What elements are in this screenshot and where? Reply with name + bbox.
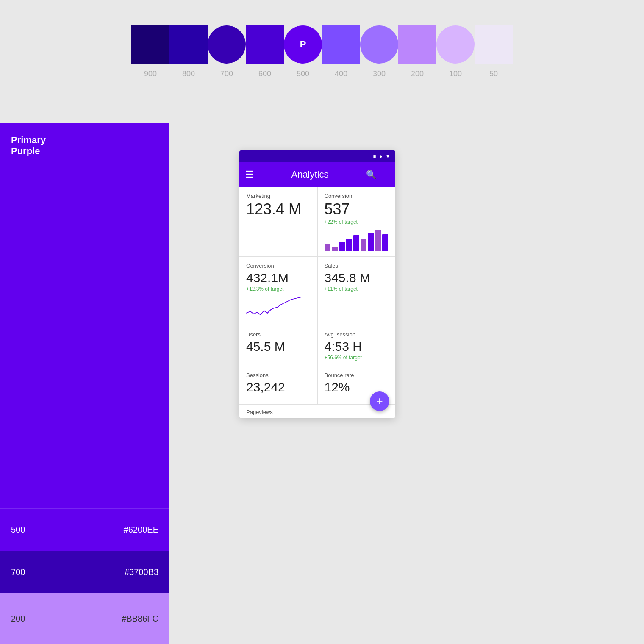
label-200: 200 [398,69,436,78]
band-500-number: 500 [11,525,25,535]
palette-section: P 900 800 700 600 500 400 300 200 100 50 [0,0,644,95]
label-900: 900 [131,69,169,78]
fab-button[interactable]: + [370,391,389,411]
palette-swatches: P [131,25,513,64]
swatch-300 [360,25,398,64]
card-bounce-rate-label: Bounce rate [325,372,389,378]
swatch-200 [398,25,436,64]
swatch-500-marker: P [300,39,306,50]
menu-icon[interactable]: ☰ [245,169,254,180]
card-conversion-line-value: 432.1M [246,271,311,285]
swatch-700 [208,25,246,64]
bar-5 [353,235,359,251]
card-avg-session: Avg. session 4:53 H +56.6% of target [318,325,396,366]
card-marketing-label: Marketing [246,193,311,199]
card-sales-subtext: +11% of target [325,286,389,292]
band-200-number: 200 [11,614,25,624]
label-500: 500 [284,69,322,78]
card-sales-label: Sales [325,263,389,269]
band-primary-label2: Purple [11,146,158,157]
card-avg-session-subtext: +56.6% of target [325,355,389,361]
bar-1 [325,244,330,251]
card-users: Users 45.5 M [239,325,317,366]
color-band: Primary Purple 500 #6200EE 700 #3700B3 2… [0,123,169,644]
search-icon[interactable]: 🔍 [366,169,377,180]
swatch-400 [322,25,360,64]
band-500-hex: #6200EE [124,525,158,535]
bar-4 [346,239,352,251]
swatch-600 [246,25,284,64]
more-icon[interactable]: ⋮ [381,169,389,180]
card-conversion-bar-label: Conversion [325,193,389,199]
swatch-800 [169,25,208,64]
card-sessions-label: Sessions [246,372,311,378]
card-pageviews-label: Pageviews [246,409,273,415]
card-marketing: Marketing 123.4 M [239,187,317,256]
status-icon-signal: ▼ [386,154,390,159]
swatch-100 [436,25,475,64]
band-700: 700 #3700B3 [0,551,169,593]
band-200: 200 #BB86FC [0,593,169,644]
card-sessions-value: 23,242 [246,380,311,394]
sparkline [246,295,311,318]
swatch-50 [475,25,513,64]
card-conversion-line-label: Conversion [246,263,311,269]
band-700-hex: #3700B3 [125,567,158,577]
card-sales: Sales 345.8 M +11% of target [318,257,396,325]
label-300: 300 [360,69,398,78]
card-avg-session-value: 4:53 H [325,339,389,353]
bar-3 [339,242,345,251]
band-primary: Primary Purple [0,123,169,508]
status-icon-circle: ● [379,154,382,159]
label-50: 50 [475,69,513,78]
bar-chart [325,228,389,251]
swatch-500: P [284,25,322,64]
bar-2 [332,247,338,251]
card-users-label: Users [246,331,311,338]
card-conversion-line-subtext: +12.3% of target [246,286,311,292]
label-800: 800 [169,69,208,78]
app-bar-icons: 🔍 ⋮ [366,169,389,180]
cards-grid: Marketing 123.4 M Conversion 537 +22% of… [239,187,395,404]
band-primary-label1: Primary [11,135,158,146]
status-bar: ■ ● ▼ [239,150,395,162]
label-400: 400 [322,69,360,78]
app-title: Analytics [259,169,361,180]
card-sales-value: 345.8 M [325,271,389,285]
card-conversion-bar: Conversion 537 +22% of target [318,187,396,256]
bar-6 [361,239,366,251]
band-200-hex: #BB86FC [122,614,158,624]
card-conversion-line: Conversion 432.1M +12.3% of target [239,257,317,325]
band-500: 500 #6200EE [0,508,169,551]
card-users-value: 45.5 M [246,339,311,353]
label-700: 700 [208,69,246,78]
mobile-mockup: ■ ● ▼ ☰ Analytics 🔍 ⋮ Marketing 123.4 M … [239,150,395,418]
card-avg-session-label: Avg. session [325,331,389,338]
band-700-number: 700 [11,567,25,577]
palette-labels: 900 800 700 600 500 400 300 200 100 50 [131,69,513,78]
card-sessions: Sessions 23,242 [239,366,317,404]
status-icon-square: ■ [373,154,376,159]
bar-7 [368,233,374,251]
label-100: 100 [436,69,475,78]
label-600: 600 [246,69,284,78]
bar-8 [375,230,381,251]
card-conversion-bar-value: 537 [325,201,389,218]
bar-9 [382,234,388,251]
card-conversion-bar-subtext: +22% of target [325,219,389,225]
app-bar: ☰ Analytics 🔍 ⋮ [239,162,395,187]
card-marketing-value: 123.4 M [246,201,311,218]
swatch-900 [131,25,169,64]
